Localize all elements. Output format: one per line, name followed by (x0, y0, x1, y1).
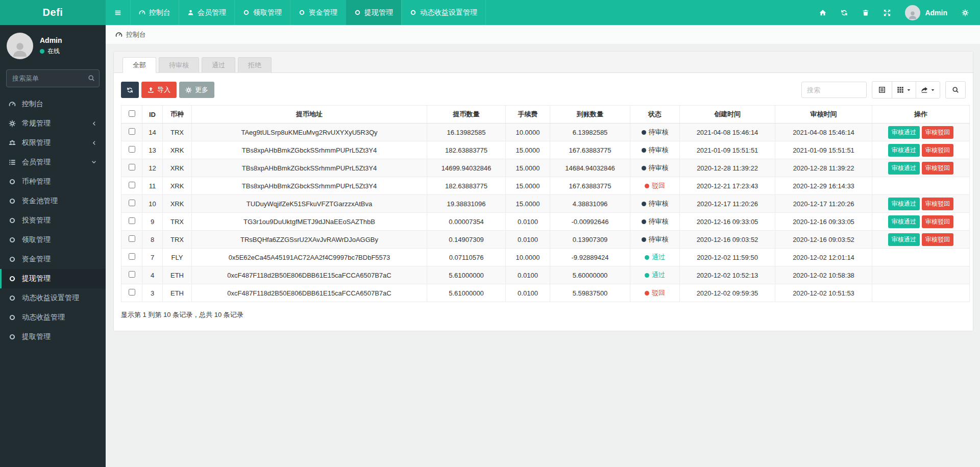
cell-arrival: -0.00992646 (550, 213, 630, 231)
table-header-row: ID币种提币地址提币数量手续费到账数量状态创建时间审核时间操作 (121, 106, 970, 124)
user-avatar (905, 5, 920, 20)
cell-address: TUDuyWqjifZeK51SFkuVFZTGarzzxAtBva (192, 195, 427, 213)
cell-created: 2020-12-02 09:59:35 (680, 284, 775, 302)
home-button[interactable] (812, 0, 834, 25)
row-checkbox[interactable] (129, 289, 135, 296)
tab[interactable]: 通过 (202, 57, 235, 73)
tab[interactable]: 待审核 (159, 57, 199, 73)
row-checkbox[interactable] (129, 146, 135, 153)
sidebar-search-input[interactable] (6, 69, 100, 87)
sidebar-toggle-button[interactable] (106, 0, 130, 25)
row-checkbox[interactable] (129, 235, 135, 242)
caret-down-icon (930, 88, 935, 92)
trash-icon (862, 9, 869, 16)
navbar-item-label: 提现管理 (364, 8, 393, 17)
sidebar-item[interactable]: 常规管理 (0, 114, 106, 133)
toggle-pagination-button[interactable] (872, 81, 892, 99)
cell-id: 13 (142, 141, 163, 159)
fullscreen-button[interactable] (876, 0, 898, 25)
tab[interactable]: 全部 (122, 57, 156, 73)
status-dot-icon (642, 130, 646, 135)
navbar-item[interactable]: 控制台 (130, 0, 179, 25)
more-button[interactable]: 更多 (179, 82, 214, 98)
row-checkbox[interactable] (129, 128, 135, 135)
navbar-item[interactable]: 资金管理 (290, 0, 346, 25)
navbar-menu: 控制台会员管理领取管理资金管理提现管理动态收益设置管理 (130, 0, 486, 25)
sidebar-item[interactable]: 动态收益管理 (0, 308, 106, 327)
sidebar-item[interactable]: 领取管理 (0, 230, 106, 250)
breadcrumb: 控制台 (106, 25, 980, 44)
export-button[interactable] (916, 81, 940, 99)
refresh-button[interactable] (834, 0, 855, 25)
online-dot-icon (40, 49, 44, 54)
column-header: 提币数量 (427, 106, 506, 124)
column-header: 提币地址 (192, 106, 427, 124)
status-label: 驳回 (652, 288, 665, 298)
table-row: 7FLY0x5E62eCa45A45191AC72AA2f4C9997bc7BD… (121, 249, 970, 266)
cell-fee: 15.0000 (506, 159, 550, 177)
navbar-item[interactable]: 提现管理 (346, 0, 401, 25)
sidebar-item[interactable]: 动态收益设置管理 (0, 288, 106, 308)
sidebar-item[interactable]: 资金管理 (0, 250, 106, 269)
import-button[interactable]: 导入 (141, 82, 177, 98)
row-checkbox[interactable] (129, 182, 135, 188)
refresh-table-button[interactable] (121, 82, 139, 98)
sidebar-item[interactable]: 会员管理 (0, 153, 106, 172)
tab[interactable]: 拒绝 (238, 57, 272, 73)
table-search-input[interactable] (801, 82, 867, 98)
cell-status: 驳回 (630, 177, 680, 195)
cell-actions: 审核通过审核驳回 (872, 141, 970, 159)
reject-button[interactable]: 审核驳回 (922, 198, 953, 210)
reject-button[interactable]: 审核驳回 (922, 126, 953, 139)
settings-button[interactable] (954, 0, 976, 25)
row-checkbox[interactable] (129, 271, 135, 278)
table-row: 12XRKTBs8xpAHbBmkZGbckSSrhmmPUPrL5Zt3Y41… (121, 159, 970, 177)
approve-button[interactable]: 审核通过 (888, 126, 920, 139)
navbar-item-label: 动态收益设置管理 (420, 8, 477, 17)
cell-created: 2020-12-16 09:03:52 (680, 231, 775, 249)
reject-button[interactable]: 审核驳回 (922, 233, 953, 246)
main-content: 控制台 全部待审核通过拒绝 导入 (106, 25, 980, 467)
circle-icon (8, 294, 16, 302)
sidebar-item[interactable]: 币种管理 (0, 172, 106, 191)
approve-button[interactable]: 审核通过 (888, 198, 920, 210)
trash-button[interactable] (855, 0, 876, 25)
approve-button[interactable]: 审核通过 (888, 215, 920, 228)
tab-label: 拒绝 (248, 61, 261, 70)
table-row: 4ETH0xcF487F118d2B50E806DBB61E15caFCCA65… (121, 266, 970, 284)
cell-fee: 0.0100 (506, 284, 550, 302)
sidebar-item[interactable]: 权限管理 (0, 133, 106, 153)
columns-button[interactable] (892, 81, 916, 99)
row-checkbox[interactable] (129, 200, 135, 206)
approve-button[interactable]: 审核通过 (888, 144, 920, 157)
reject-button[interactable]: 审核驳回 (922, 162, 953, 175)
sidebar-avatar (7, 33, 33, 59)
reject-button[interactable]: 审核驳回 (922, 144, 953, 157)
cell-address: TBs8xpAHbBmkZGbckSSrhmmPUPrL5Zt3Y4 (192, 177, 427, 195)
sidebar-item[interactable]: 提现管理 (0, 269, 106, 288)
cell-fee: 10.0000 (506, 249, 550, 266)
sidebar-item[interactable]: 提取管理 (0, 327, 106, 347)
sidebar-item[interactable]: 控制台 (0, 94, 106, 114)
row-checkbox[interactable] (129, 217, 135, 224)
row-select-cell (121, 177, 142, 195)
sidebar-item[interactable]: 资金池管理 (0, 191, 106, 211)
cell-audited: 2020-12-02 12:01:14 (775, 249, 872, 266)
sidebar-item[interactable]: 投资管理 (0, 211, 106, 230)
dashboard-icon (115, 31, 122, 38)
cell-coin: ETH (163, 284, 192, 302)
approve-button[interactable]: 审核通过 (888, 233, 920, 246)
cell-status: 待审核 (630, 124, 680, 141)
reject-button[interactable]: 审核驳回 (922, 215, 953, 228)
select-all-checkbox[interactable] (129, 110, 135, 117)
navbar-item[interactable]: 会员管理 (179, 0, 234, 25)
user-menu[interactable]: Admin (898, 5, 954, 20)
approve-button[interactable]: 审核通过 (888, 162, 920, 175)
row-checkbox[interactable] (129, 253, 135, 260)
cell-created: 2020-12-21 17:23:43 (680, 177, 775, 195)
row-checkbox[interactable] (129, 164, 135, 170)
navbar-item[interactable]: 动态收益设置管理 (401, 0, 486, 25)
navbar-item[interactable]: 领取管理 (234, 0, 290, 25)
search-button[interactable] (945, 81, 966, 99)
table-row: 3ETH0xcF487F118d2B50E806DBB61E15caFCCA65… (121, 284, 970, 302)
